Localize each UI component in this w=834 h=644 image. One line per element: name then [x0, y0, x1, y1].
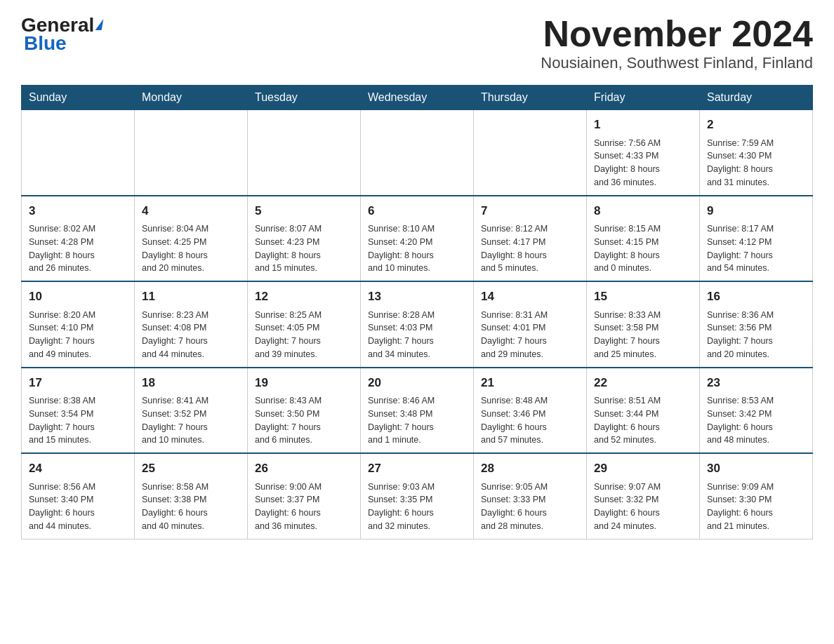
day-number: 9	[707, 202, 805, 220]
day-number: 20	[368, 374, 466, 392]
day-number: 7	[481, 202, 579, 220]
day-number: 29	[594, 459, 692, 478]
day-number: 14	[481, 288, 579, 306]
day-info: Sunrise: 9:09 AM Sunset: 3:30 PM Dayligh…	[707, 481, 805, 533]
day-number: 6	[368, 202, 466, 220]
day-number: 28	[481, 459, 579, 478]
calendar-cell: 27Sunrise: 9:03 AM Sunset: 3:35 PM Dayli…	[361, 453, 474, 539]
day-info: Sunrise: 8:36 AM Sunset: 3:56 PM Dayligh…	[707, 309, 805, 361]
calendar-cell: 4Sunrise: 8:04 AM Sunset: 4:25 PM Daylig…	[135, 196, 248, 282]
day-number: 23	[707, 374, 805, 392]
day-number: 27	[368, 459, 466, 478]
calendar-cell: 23Sunrise: 8:53 AM Sunset: 3:42 PM Dayli…	[700, 368, 813, 454]
calendar-cell	[22, 110, 135, 196]
calendar-week-row: 3Sunrise: 8:02 AM Sunset: 4:28 PM Daylig…	[22, 196, 813, 282]
logo: General Blue	[21, 14, 102, 55]
col-header-friday: Friday	[587, 86, 700, 110]
calendar-cell: 9Sunrise: 8:17 AM Sunset: 4:12 PM Daylig…	[700, 196, 813, 282]
day-info: Sunrise: 8:58 AM Sunset: 3:38 PM Dayligh…	[142, 481, 240, 533]
calendar-cell: 6Sunrise: 8:10 AM Sunset: 4:20 PM Daylig…	[361, 196, 474, 282]
day-info: Sunrise: 9:07 AM Sunset: 3:32 PM Dayligh…	[594, 481, 692, 533]
day-info: Sunrise: 8:23 AM Sunset: 4:08 PM Dayligh…	[142, 309, 240, 361]
calendar-subtitle: Nousiainen, Southwest Finland, Finland	[541, 54, 813, 72]
calendar-cell: 13Sunrise: 8:28 AM Sunset: 4:03 PM Dayli…	[361, 281, 474, 368]
calendar-cell: 7Sunrise: 8:12 AM Sunset: 4:17 PM Daylig…	[474, 196, 587, 282]
calendar-cell: 10Sunrise: 8:20 AM Sunset: 4:10 PM Dayli…	[22, 281, 135, 368]
calendar-cell: 17Sunrise: 8:38 AM Sunset: 3:54 PM Dayli…	[22, 368, 135, 454]
calendar-cell: 8Sunrise: 8:15 AM Sunset: 4:15 PM Daylig…	[587, 196, 700, 282]
calendar-cell: 15Sunrise: 8:33 AM Sunset: 3:58 PM Dayli…	[587, 281, 700, 368]
calendar-cell: 20Sunrise: 8:46 AM Sunset: 3:48 PM Dayli…	[361, 368, 474, 454]
day-number: 2	[707, 116, 805, 134]
col-header-saturday: Saturday	[700, 86, 813, 110]
day-number: 17	[29, 374, 127, 392]
calendar-cell: 25Sunrise: 8:58 AM Sunset: 3:38 PM Dayli…	[135, 453, 248, 539]
calendar-cell	[248, 110, 361, 196]
calendar-week-row: 24Sunrise: 8:56 AM Sunset: 3:40 PM Dayli…	[22, 453, 813, 539]
logo-triangle-icon	[95, 19, 104, 30]
calendar-cell	[361, 110, 474, 196]
day-number: 10	[29, 288, 127, 306]
calendar-cell	[474, 110, 587, 196]
calendar-week-row: 1Sunrise: 7:56 AM Sunset: 4:33 PM Daylig…	[22, 110, 813, 196]
calendar-cell: 3Sunrise: 8:02 AM Sunset: 4:28 PM Daylig…	[22, 196, 135, 282]
day-number: 5	[255, 202, 353, 220]
day-number: 1	[594, 116, 692, 134]
day-number: 12	[255, 288, 353, 306]
calendar-cell: 18Sunrise: 8:41 AM Sunset: 3:52 PM Dayli…	[135, 368, 248, 454]
calendar-cell: 28Sunrise: 9:05 AM Sunset: 3:33 PM Dayli…	[474, 453, 587, 539]
day-info: Sunrise: 8:25 AM Sunset: 4:05 PM Dayligh…	[255, 309, 353, 361]
day-number: 4	[142, 202, 240, 220]
calendar-cell: 30Sunrise: 9:09 AM Sunset: 3:30 PM Dayli…	[700, 453, 813, 539]
title-block: November 2024 Nousiainen, Southwest Finl…	[541, 14, 813, 72]
day-info: Sunrise: 8:48 AM Sunset: 3:46 PM Dayligh…	[481, 394, 579, 447]
calendar-cell: 21Sunrise: 8:48 AM Sunset: 3:46 PM Dayli…	[474, 368, 587, 454]
calendar-cell: 19Sunrise: 8:43 AM Sunset: 3:50 PM Dayli…	[248, 368, 361, 454]
calendar-cell: 24Sunrise: 8:56 AM Sunset: 3:40 PM Dayli…	[22, 453, 135, 539]
day-info: Sunrise: 8:07 AM Sunset: 4:23 PM Dayligh…	[255, 222, 353, 275]
day-info: Sunrise: 8:20 AM Sunset: 4:10 PM Dayligh…	[29, 309, 127, 361]
page-header: General Blue November 2024 Nousiainen, S…	[21, 14, 813, 72]
col-header-thursday: Thursday	[474, 86, 587, 110]
calendar-cell: 29Sunrise: 9:07 AM Sunset: 3:32 PM Dayli…	[587, 453, 700, 539]
calendar-cell	[135, 110, 248, 196]
day-info: Sunrise: 8:12 AM Sunset: 4:17 PM Dayligh…	[481, 222, 579, 275]
day-number: 25	[142, 459, 240, 478]
day-info: Sunrise: 9:05 AM Sunset: 3:33 PM Dayligh…	[481, 481, 579, 533]
day-number: 24	[29, 459, 127, 478]
day-info: Sunrise: 9:03 AM Sunset: 3:35 PM Dayligh…	[368, 481, 466, 533]
calendar-header-row: SundayMondayTuesdayWednesdayThursdayFrid…	[22, 86, 813, 110]
col-header-tuesday: Tuesday	[248, 86, 361, 110]
day-info: Sunrise: 9:00 AM Sunset: 3:37 PM Dayligh…	[255, 481, 353, 533]
day-info: Sunrise: 8:46 AM Sunset: 3:48 PM Dayligh…	[368, 394, 466, 447]
day-info: Sunrise: 8:04 AM Sunset: 4:25 PM Dayligh…	[142, 222, 240, 275]
day-number: 30	[707, 459, 805, 478]
day-info: Sunrise: 8:28 AM Sunset: 4:03 PM Dayligh…	[368, 309, 466, 361]
calendar-cell: 12Sunrise: 8:25 AM Sunset: 4:05 PM Dayli…	[248, 281, 361, 368]
calendar-cell: 11Sunrise: 8:23 AM Sunset: 4:08 PM Dayli…	[135, 281, 248, 368]
col-header-wednesday: Wednesday	[361, 86, 474, 110]
day-info: Sunrise: 8:43 AM Sunset: 3:50 PM Dayligh…	[255, 394, 353, 447]
day-number: 3	[29, 202, 127, 220]
day-info: Sunrise: 8:41 AM Sunset: 3:52 PM Dayligh…	[142, 394, 240, 447]
day-info: Sunrise: 8:15 AM Sunset: 4:15 PM Dayligh…	[594, 222, 692, 275]
day-info: Sunrise: 8:56 AM Sunset: 3:40 PM Dayligh…	[29, 481, 127, 533]
day-info: Sunrise: 7:59 AM Sunset: 4:30 PM Dayligh…	[707, 137, 805, 189]
calendar-title: November 2024	[541, 14, 813, 54]
day-number: 11	[142, 288, 240, 306]
calendar-cell: 14Sunrise: 8:31 AM Sunset: 4:01 PM Dayli…	[474, 281, 587, 368]
col-header-monday: Monday	[135, 86, 248, 110]
day-info: Sunrise: 8:38 AM Sunset: 3:54 PM Dayligh…	[29, 394, 127, 447]
calendar-cell: 16Sunrise: 8:36 AM Sunset: 3:56 PM Dayli…	[700, 281, 813, 368]
day-number: 19	[255, 374, 353, 392]
day-number: 13	[368, 288, 466, 306]
calendar-cell: 2Sunrise: 7:59 AM Sunset: 4:30 PM Daylig…	[700, 110, 813, 196]
day-info: Sunrise: 8:33 AM Sunset: 3:58 PM Dayligh…	[594, 309, 692, 361]
calendar-week-row: 17Sunrise: 8:38 AM Sunset: 3:54 PM Dayli…	[22, 368, 813, 454]
calendar-cell: 5Sunrise: 8:07 AM Sunset: 4:23 PM Daylig…	[248, 196, 361, 282]
day-number: 15	[594, 288, 692, 306]
day-info: Sunrise: 8:17 AM Sunset: 4:12 PM Dayligh…	[707, 222, 805, 275]
day-info: Sunrise: 8:02 AM Sunset: 4:28 PM Dayligh…	[29, 222, 127, 275]
day-number: 16	[707, 288, 805, 306]
day-info: Sunrise: 8:53 AM Sunset: 3:42 PM Dayligh…	[707, 394, 805, 447]
